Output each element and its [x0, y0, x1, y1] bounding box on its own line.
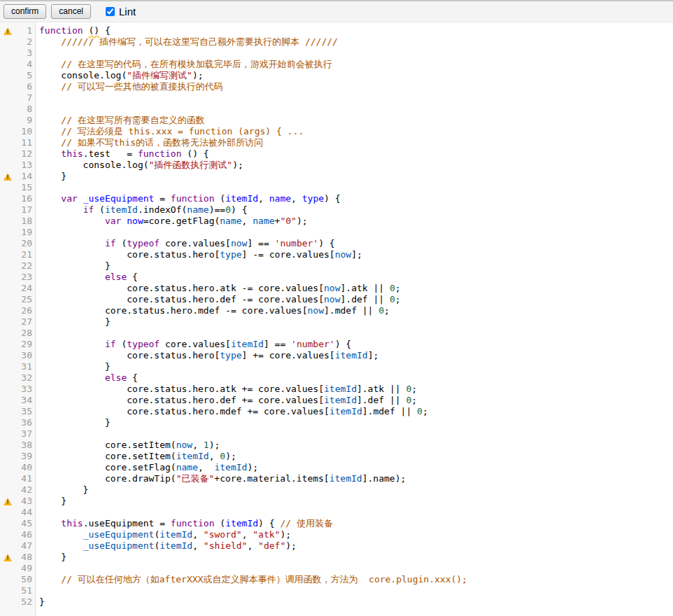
code-line[interactable]: 13 console.log("插件函数执行测试"); [0, 160, 673, 171]
lint-gutter-cell [0, 126, 15, 137]
code-line[interactable]: 26 core.status.hero.mdef -= core.values[… [0, 305, 673, 316]
lint-gutter-cell [0, 92, 15, 104]
code-line[interactable]: 22 } [0, 260, 673, 272]
code-line[interactable]: 3 [0, 48, 673, 59]
code-text [36, 428, 39, 440]
line-number: 50 [15, 574, 36, 585]
code-line[interactable]: 30 core.status.hero[type] += core.values… [0, 350, 673, 361]
code-line[interactable]: 21 core.status.hero[type] -= core.values… [0, 249, 673, 260]
code-line[interactable]: 18 var now=core.getFlag(name, name+"0"); [0, 216, 673, 227]
code-line[interactable]: 11 // 如果不写this的话，函数将无法被外部所访问 [0, 137, 673, 148]
line-number: 11 [15, 137, 36, 148]
code-line[interactable]: 38 core.setItem(now, 1); [0, 440, 673, 451]
lint-gutter-cell [0, 216, 15, 227]
line-number: 35 [15, 406, 36, 417]
lint-gutter-cell [0, 238, 15, 249]
code-editor[interactable]: 1function () {2 ////// 插件编写，可以在这里写自己额外需要… [0, 22, 673, 616]
code-line[interactable]: 34 core.status.hero.def += core.values[i… [0, 395, 673, 406]
line-number: 28 [15, 328, 36, 339]
code-text: core.status.hero.mdef += core.values[ite… [36, 406, 428, 417]
line-number: 49 [15, 563, 36, 574]
line-number: 22 [15, 260, 36, 272]
code-text: if (itemId.indexOf(name)==0) { [36, 204, 247, 216]
code-line[interactable]: 4 // 在这里写的代码，在所有模块加载完毕后，游戏开始前会被执行 [0, 59, 673, 70]
code-line[interactable]: 7 [0, 92, 673, 104]
code-line[interactable]: 23 else { [0, 272, 673, 283]
code-line[interactable]: 28 [0, 328, 673, 339]
code-text: console.log("插件编写测试"); [36, 70, 204, 81]
code-line[interactable]: 42 } [0, 484, 673, 496]
code-line[interactable]: 24 core.status.hero.atk -= core.values[n… [0, 283, 673, 294]
code-line[interactable]: 41 core.drawTip("已装备"+core.material.item… [0, 473, 673, 484]
lint-gutter-cell [0, 115, 15, 126]
code-line[interactable]: 49 [0, 563, 673, 574]
line-number: 31 [15, 361, 36, 372]
line-number: 9 [15, 115, 36, 126]
code-line[interactable]: 33 core.status.hero.atk += core.values[i… [0, 384, 673, 395]
code-line[interactable]: 37 [0, 428, 673, 440]
code-line[interactable]: 48 } [0, 552, 673, 563]
code-line[interactable]: 39 core.setItem(itemId, 0); [0, 451, 673, 462]
line-number: 43 [15, 496, 36, 507]
code-line[interactable]: 35 core.status.hero.mdef += core.values[… [0, 406, 673, 417]
code-line[interactable]: 16 var _useEquipment = function (itemId,… [0, 193, 673, 204]
code-text: core.setItem(itemId, 0); [36, 451, 236, 462]
code-line[interactable]: 51 [0, 585, 673, 596]
code-line[interactable]: 45 this.useEquipment = function (itemId)… [0, 518, 673, 529]
code-line[interactable]: 20 if (typeof core.values[now] == 'numbe… [0, 238, 673, 249]
line-number: 7 [15, 92, 36, 104]
lint-gutter-cell [0, 406, 15, 417]
code-lines: 1function () {2 ////// 插件编写，可以在这里写自己额外需要… [0, 22, 673, 608]
code-line[interactable]: 12 this.test = function () { [0, 148, 673, 160]
code-line[interactable]: 10 // 写法必须是 this.xxx = function (args) {… [0, 126, 673, 137]
line-number: 47 [15, 540, 36, 552]
code-line[interactable]: 15 [0, 182, 673, 193]
line-number: 15 [15, 182, 36, 193]
code-text: // 写法必须是 this.xxx = function (args) { ..… [36, 126, 304, 137]
code-line[interactable]: 40 core.setFlag(name, itemId); [0, 462, 673, 473]
code-text: // 如果不写this的话，函数将无法被外部所访问 [36, 137, 263, 148]
code-line[interactable]: 9 // 在这里写所有需要自定义的函数 [0, 115, 673, 126]
line-number: 1 [15, 25, 36, 36]
code-line[interactable]: 47 _useEquipment(itemId, "shield", "def"… [0, 540, 673, 552]
code-text: } [36, 417, 111, 428]
code-line[interactable]: 52} [0, 596, 673, 608]
code-line[interactable]: 25 core.status.hero.def -= core.values[n… [0, 294, 673, 305]
code-text: _useEquipment(itemId, "sword", "atk"); [36, 529, 291, 540]
lint-checkbox[interactable] [106, 7, 115, 16]
code-line[interactable]: 8 [0, 104, 673, 115]
code-line[interactable]: 1function () { [0, 25, 673, 36]
code-line[interactable]: 29 if (typeof core.values[itemId] == 'nu… [0, 339, 673, 350]
line-number: 51 [15, 585, 36, 596]
code-line[interactable]: 2 ////// 插件编写，可以在这里写自己额外需要执行的脚本 ////// [0, 36, 673, 48]
code-line[interactable]: 19 [0, 227, 673, 238]
code-line[interactable]: 27 } [0, 316, 673, 328]
code-line[interactable]: 6 // 可以写一些其他的被直接执行的代码 [0, 81, 673, 92]
code-line[interactable]: 32 else { [0, 372, 673, 384]
code-line[interactable]: 31 } [0, 361, 673, 372]
code-text: core.status.hero.def += core.values[item… [36, 395, 417, 406]
line-number: 6 [15, 81, 36, 92]
code-line[interactable]: 17 if (itemId.indexOf(name)==0) { [0, 204, 673, 216]
code-text: else { [36, 272, 138, 283]
code-text: } [36, 361, 111, 372]
lint-gutter-cell [0, 36, 15, 48]
code-line[interactable]: 46 _useEquipment(itemId, "sword", "atk")… [0, 529, 673, 540]
code-line[interactable]: 5 console.log("插件编写测试"); [0, 70, 673, 81]
lint-gutter-cell [0, 204, 15, 216]
code-line[interactable]: 14 } [0, 171, 673, 182]
line-number: 13 [15, 160, 36, 171]
warning-icon [3, 173, 12, 181]
warning-icon [3, 554, 12, 561]
code-line[interactable]: 44 [0, 507, 673, 518]
lint-gutter-cell [0, 440, 15, 451]
code-text: function () { [36, 25, 111, 36]
lint-gutter-cell [0, 182, 15, 193]
code-line[interactable]: 50 // 可以在任何地方（如afterXXX或自定义脚本事件）调用函数，方法为… [0, 574, 673, 585]
lint-gutter-cell [0, 148, 15, 160]
lint-gutter-cell [0, 563, 15, 574]
cancel-button[interactable]: cancel [51, 4, 91, 19]
code-line[interactable]: 43 } [0, 496, 673, 507]
code-line[interactable]: 36 } [0, 417, 673, 428]
confirm-button[interactable]: confirm [3, 4, 46, 19]
